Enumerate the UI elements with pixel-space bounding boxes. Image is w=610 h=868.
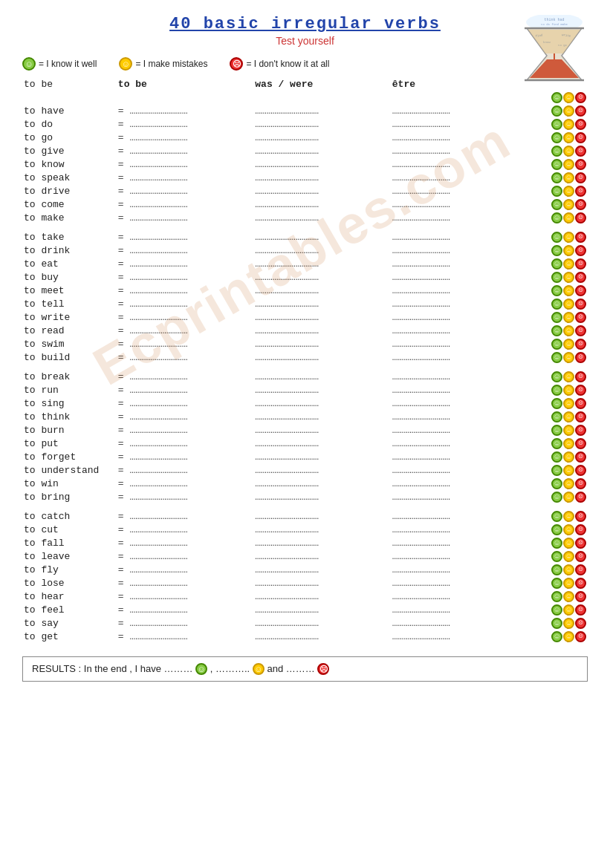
past-cell: ……………………………: [253, 437, 390, 450]
smiley-yellow-icon: ☺: [563, 604, 574, 616]
smiley-red-icon: ☹: [575, 105, 586, 117]
past-cell: ……………………………: [253, 616, 390, 630]
present-cell: = …………………………: [117, 310, 253, 324]
page-subtitle: Test yourself: [22, 35, 588, 47]
smiley-green-icon: ☺: [551, 285, 562, 296]
smiley-green-icon: ☺: [551, 425, 562, 436]
french-cell: …………………………: [391, 211, 536, 224]
present-cell: = …………………………: [117, 423, 253, 437]
smiley-yellow-icon: ☺: [563, 591, 574, 602]
smiley-green-icon: ☺: [551, 232, 562, 243]
smileys-cell: ☺ ☺ ☹: [536, 463, 588, 477]
smiley-green-icon: ☺: [551, 199, 562, 210]
smiley-red-icon: ☹: [575, 631, 586, 642]
verb-cell: to know: [22, 157, 117, 171]
present-cell: = …………………………: [117, 244, 253, 257]
present-cell: = …………………………: [117, 157, 253, 171]
smileys-cell: ☺ ☺ ☹: [536, 350, 588, 364]
smileys-cell: ☺ ☺ ☹: [536, 104, 588, 117]
smileys-cell: ☺ ☺ ☹: [536, 310, 588, 324]
present-cell: = …………………………: [117, 590, 253, 603]
french-cell: …………………………: [391, 616, 536, 630]
verb-cell: to go: [22, 131, 117, 144]
past-cell: ……………………………: [253, 630, 390, 643]
smileys-cell: ☺ ☺ ☹: [536, 490, 588, 503]
present-cell: = …………………………: [117, 437, 253, 450]
smiley-green-icon: ☺: [551, 132, 562, 143]
legend-green-text: = I know it well: [39, 59, 97, 69]
past-cell: ……………………………: [253, 144, 390, 157]
smileys-cell: ☺ ☺ ☹: [536, 616, 588, 630]
smiley-yellow-icon: ☺: [563, 212, 574, 223]
verb-cell: to think: [22, 410, 117, 423]
past-cell: ……………………………: [253, 257, 390, 270]
smiley-yellow-icon: ☺: [563, 352, 574, 363]
french-cell: …………………………: [391, 523, 536, 536]
french-cell: …………………………: [391, 144, 536, 157]
present-cell: = …………………………: [117, 397, 253, 410]
smiley-green-icon: ☺: [551, 604, 562, 616]
smiley-red-icon: ☹: [575, 564, 586, 575]
smiley-yellow-icon: ☺: [119, 57, 132, 71]
smileys-cell: ☺ ☺ ☹: [536, 91, 588, 104]
smileys-cell: ☺ ☺ ☹: [536, 450, 588, 463]
verb-cell: to make: [22, 211, 117, 224]
french-cell: …………………………: [391, 477, 536, 490]
smileys-cell: ☺ ☺ ☹: [536, 117, 588, 131]
legend-yellow: ☺ = I make mistakes: [119, 57, 207, 71]
smiley-green-icon: ☺: [551, 352, 562, 363]
smiley-yellow-icon: ☺: [563, 186, 574, 197]
smiley-yellow-icon: ☺: [563, 438, 574, 449]
results-text2: , ………..: [210, 663, 253, 674]
smiley-red-icon: ☹: [575, 186, 586, 197]
past-cell: ……………………………: [253, 423, 390, 437]
present-cell: = …………………………: [117, 230, 253, 244]
smiley-red-icon: ☹: [575, 199, 586, 210]
present-cell: = …………………………: [117, 509, 253, 523]
present-cell: = …………………………: [117, 171, 253, 184]
past-cell: ……………………………: [253, 324, 390, 337]
present-cell: = …………………………: [117, 337, 253, 350]
smiley-red-icon: ☹: [575, 551, 586, 562]
smiley-green-icon: ☺: [551, 618, 562, 629]
smileys-cell: ☺ ☺ ☹: [536, 509, 588, 523]
smileys-cell: ☺ ☺ ☹: [536, 397, 588, 410]
verb-cell: to read: [22, 324, 117, 337]
smiley-green-icon: ☺: [551, 591, 562, 602]
smileys-cell: ☺ ☺ ☹: [536, 536, 588, 549]
present-cell: = …………………………: [117, 184, 253, 198]
smiley-yellow-icon: ☺: [563, 398, 574, 409]
table-row: to burn = ………………………… …………………………… ……………………: [22, 423, 588, 437]
past-cell: ……………………………: [253, 563, 390, 576]
smileys-cell: ☺ ☺ ☹: [536, 423, 588, 437]
present-cell: = …………………………: [117, 549, 253, 563]
smiley-green-icon: ☺: [551, 325, 562, 336]
past-cell: ……………………………: [253, 350, 390, 364]
table-row: to buy = ………………………… …………………………… ………………………: [22, 270, 588, 284]
table-row: to catch = ………………………… …………………………… …………………: [22, 509, 588, 523]
verb-cell: to take: [22, 230, 117, 244]
french-cell: …………………………: [391, 297, 536, 310]
smiley-yellow-icon: ☺: [563, 258, 574, 270]
french-cell: …………………………: [391, 490, 536, 503]
smiley-green-icon: ☺: [551, 298, 562, 310]
table-row: to bring = ………………………… …………………………… …………………: [22, 490, 588, 503]
smiley-green-icon: ☺: [551, 451, 562, 463]
past-cell: ……………………………: [253, 284, 390, 297]
table-row: to forget = ………………………… …………………………… ………………: [22, 450, 588, 463]
past-cell: ……………………………: [253, 410, 390, 423]
smiley-yellow-icon: ☺: [563, 298, 574, 310]
smiley-red-icon: ☹: [575, 298, 586, 310]
smileys-cell: ☺ ☺ ☹: [536, 477, 588, 490]
past-cell: ……………………………: [253, 270, 390, 284]
verb-cell: to forget: [22, 450, 117, 463]
smiley-red-icon: ☹: [575, 285, 586, 296]
smiley-green-icon: ☺: [551, 524, 562, 535]
past-cell: ……………………………: [253, 576, 390, 590]
table-row: to win = ………………………… …………………………… ………………………: [22, 477, 588, 490]
table-row: to lose = ………………………… …………………………… ……………………: [22, 576, 588, 590]
verb-cell: to break: [22, 370, 117, 383]
verb-cell: to come: [22, 198, 117, 211]
verb-cell: to do: [22, 117, 117, 131]
smiley-yellow-icon: ☺: [563, 339, 574, 350]
